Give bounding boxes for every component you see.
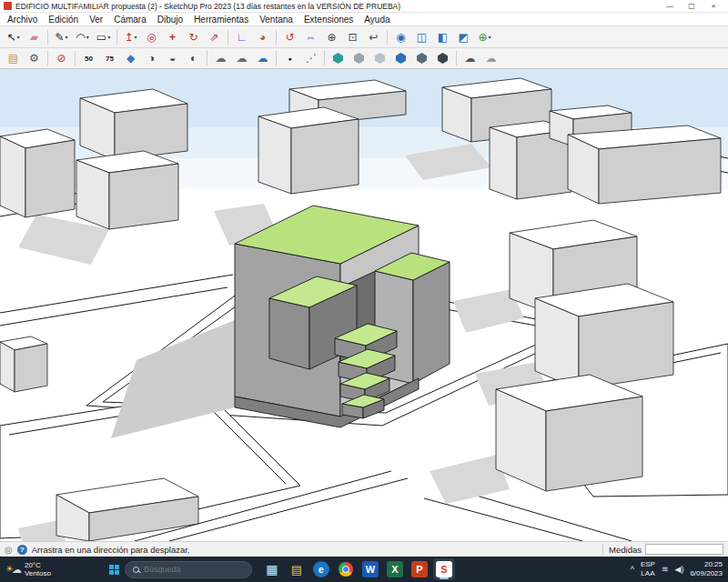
taskbar-search[interactable] [125,561,252,578]
arc-glyph: ◠ [76,31,85,44]
menu-edicion[interactable]: Edición [43,13,84,25]
cloud-rain-icon[interactable]: ☁ [460,49,480,68]
menu-dibujo[interactable]: Dibujo [152,13,188,25]
settings-gear-icon[interactable]: ⚙ [24,49,45,68]
menu-ayuda[interactable]: Ayuda [359,13,395,25]
toolbar-separator [116,30,117,45]
language-bottom: LAA [641,569,655,578]
taskbar-app-file-explorer[interactable]: ▤ [286,558,308,580]
shadows-toggle-icon[interactable]: ◩ [453,27,474,46]
toolbar-separator [387,30,388,45]
menu-camara[interactable]: Cámara [108,13,152,25]
opacity-75-icon[interactable]: 75 [99,49,120,68]
texture-icon[interactable]: ◒ [162,49,183,68]
open-file-icon[interactable]: ▤ [3,49,24,68]
menu-ver[interactable]: Ver [84,13,108,25]
menu-herramientas[interactable]: Herramientas [188,13,254,25]
hexagon-outline-icon-1[interactable] [349,49,369,68]
section-plane-icon[interactable]: ◫ [411,27,432,46]
measurements-label: Medidas [609,545,642,555]
cloud-sync-icon[interactable]: ☁ [252,49,273,68]
volume-icon[interactable]: ◀) [674,565,683,575]
pan-tool-icon[interactable]: ⇔ [300,27,321,46]
menu-ventana[interactable]: Ventana [254,13,298,25]
start-button[interactable] [109,565,119,575]
arc-tool-icon[interactable]: ◠▾ [72,27,93,46]
measurements-box: Medidas [602,544,723,555]
extension-warehouse-icon[interactable]: ⊕▾ [474,27,495,46]
weather-widget[interactable]: ☀ ☁ 20°C Ventoso [5,561,51,577]
close-button[interactable]: × [703,0,724,12]
offset-tool-icon[interactable]: ◎ [141,27,162,46]
windows-taskbar: ☀ ☁ 20°C Ventoso ▦ ▤ e W X P S [0,557,728,582]
hexagon-slate-icon[interactable] [411,49,432,68]
menu-archivo[interactable]: Archivo [2,13,43,25]
taskbar-app-excel[interactable]: X [384,558,406,580]
disable-tool-icon[interactable]: ⊘ [51,49,72,68]
powerpoint-icon: P [411,561,428,577]
cloud-upload-icon[interactable]: ☁ [231,49,252,68]
sphere-shade-icon[interactable]: ◐ [183,49,204,68]
previous-view-icon[interactable]: ↩ [363,27,384,46]
zoom-extents-icon[interactable]: ⊡ [342,27,363,46]
wifi-icon[interactable]: ≋ [662,565,669,575]
taskbar-app-chrome[interactable] [335,558,357,580]
hexagon-blue-icon[interactable] [390,49,411,68]
search-input[interactable] [144,565,244,574]
zoom-tool-icon[interactable]: ⊕ [321,27,342,46]
guide-dashed-icon[interactable]: ⋰ [300,49,321,68]
dropdown-caret-icon: ▾ [66,34,68,40]
language-indicator[interactable]: ESP LAA [641,560,655,577]
context-building [0,129,75,217]
point-tool-icon[interactable]: ● [279,49,300,68]
toolbar-separator [47,51,48,65]
tray-chevron-icon[interactable]: ^ [631,565,634,575]
cloud-outline-icon[interactable]: ☁ [480,49,501,68]
geolocation-icon[interactable]: ◎ [5,545,13,555]
context-building [258,107,359,194]
select-tool-icon[interactable]: ↖▾ [3,27,24,46]
eraser-tool-icon[interactable]: ▰ [24,27,45,46]
dropdown-caret-icon: ▾ [135,34,137,40]
hexagon-teal-icon[interactable] [328,49,349,68]
model-3d-viewport[interactable] [0,69,728,541]
tape-measure-tool-icon[interactable]: ∟ [231,27,252,46]
help-icon[interactable]: ? [17,545,27,555]
minimize-button[interactable]: — [659,0,681,12]
rotate-tool-icon[interactable]: ↻ [183,27,204,46]
toolbar-separator [456,51,457,65]
taskbar-app-powerpoint[interactable]: P [409,558,430,580]
contrast-icon[interactable]: ◑ [141,49,162,68]
move-tool-icon[interactable]: + [162,27,183,46]
dropdown-caret-icon: ▾ [107,34,110,40]
menu-extensiones[interactable]: Extensiones [298,13,359,25]
taskbar-clock[interactable]: 20:25 6/09/2023 [690,560,723,577]
weather-condition: Ventoso [25,569,51,577]
taskbar-app-sketchup[interactable]: S [433,558,455,580]
taskbar-app-edge[interactable]: e [310,558,332,580]
dropdown-caret-icon: ▾ [86,34,89,40]
viewport-scene[interactable] [0,69,728,541]
maximize-button[interactable]: ▢ [681,0,703,12]
push-pull-tool-icon[interactable]: ↥▾ [120,27,141,46]
taskbar-app-word[interactable]: W [359,558,381,580]
shapes-tool-icon[interactable]: ▭▾ [93,27,114,46]
hexagon-dark-icon[interactable] [432,49,453,68]
hexagon-outline-icon-2[interactable] [369,49,390,68]
menu-bar: Archivo Edición Ver Cámara Dibujo Herram… [0,13,728,26]
cloud-download-icon[interactable]: ☁ [210,49,231,68]
taskbar-app-task-view[interactable]: ▦ [261,558,283,580]
water-drop-icon[interactable]: ◆ [120,49,141,68]
toolbar-separator [276,51,277,65]
excel-icon: X [387,561,403,577]
pencil-tool-icon[interactable]: ✎▾ [51,27,72,46]
orbit-tool-icon[interactable]: ↺ [279,27,300,46]
measurements-input[interactable] [645,544,723,555]
position-camera-icon[interactable]: ◉ [390,27,411,46]
opacity-50-icon[interactable]: 50 [78,49,99,68]
taskbar-center: ▦ ▤ e W X P S [109,558,455,580]
styles-icon[interactable]: ◧ [432,27,453,46]
extension-glyph: ⊕ [478,31,487,44]
scale-tool-icon[interactable]: ⇗ [204,27,225,46]
paint-bucket-tool-icon[interactable]: ◕ [252,27,273,46]
